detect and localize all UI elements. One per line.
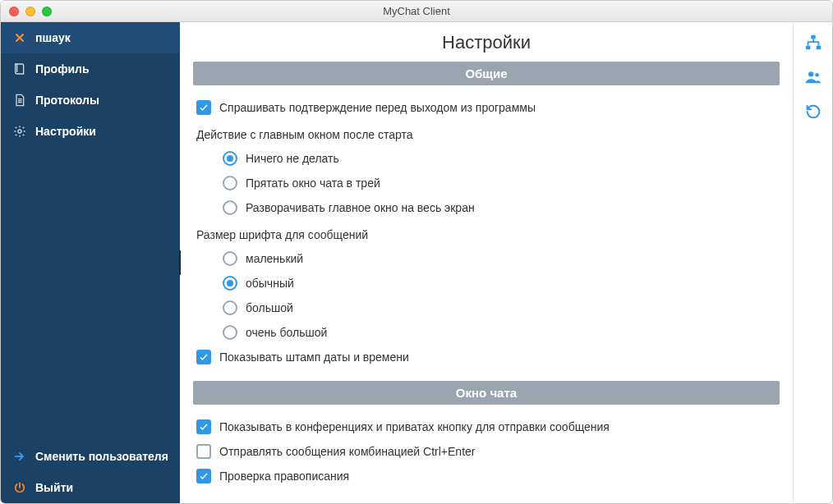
org-tree-icon[interactable] — [804, 34, 822, 52]
radio-icon[interactable] — [223, 176, 237, 190]
settings-scroll[interactable]: Общие Спрашивать подтверждение перед вых… — [180, 62, 793, 503]
radio-icon[interactable] — [223, 151, 237, 166]
checkbox-icon[interactable] — [196, 419, 211, 434]
group-label-startup: Действие с главным окном после старта — [196, 128, 780, 141]
main-area: Настройки Общие Спрашивать подтверждение… — [180, 22, 832, 503]
svg-point-5 — [815, 73, 819, 77]
option-label: Прятать окно чата в трей — [246, 176, 380, 190]
setting-label: Показывать штамп даты и времени — [219, 351, 409, 364]
radio-icon[interactable] — [223, 300, 237, 315]
svg-rect-3 — [816, 46, 821, 50]
close-x-icon — [12, 30, 27, 45]
svg-point-4 — [808, 71, 813, 76]
setting-confirm-exit[interactable]: Спрашивать подтверждение перед выходом и… — [193, 95, 780, 120]
radio-icon[interactable] — [223, 276, 237, 291]
sidebar-item-label: Настройки — [35, 125, 96, 138]
setting-label: Отправлять сообщения комбинацией Ctrl+En… — [219, 445, 475, 458]
checkbox-icon[interactable] — [196, 350, 211, 364]
sidebar-switch-user[interactable]: Сменить пользователя — [1, 441, 180, 472]
app-body: пшаук Профиль Протоколы — [1, 22, 832, 503]
radio-startup-tray[interactable]: Прятать окно чата в трей — [193, 171, 780, 195]
checkbox-icon[interactable] — [196, 100, 211, 115]
window-title: MyChat Client — [1, 5, 832, 17]
setting-timestamp[interactable]: Показывать штамп даты и времени — [193, 345, 780, 369]
users-icon[interactable] — [804, 68, 822, 86]
option-label: большой — [246, 301, 293, 314]
setting-show-send-button[interactable]: Показывать в конференциях и приватах кно… — [193, 415, 780, 439]
svg-point-0 — [18, 130, 21, 133]
radio-font-large[interactable]: большой — [193, 296, 780, 320]
setting-label: Спрашивать подтверждение перед выходом и… — [219, 101, 536, 114]
gear-icon — [12, 124, 27, 139]
sidebar-item-profile[interactable]: Профиль — [1, 53, 180, 85]
document-icon — [12, 93, 27, 108]
option-label: обычный — [246, 277, 294, 290]
sidebar-item-label: Сменить пользователя — [35, 450, 168, 463]
arrow-right-icon — [12, 449, 27, 464]
radio-icon[interactable] — [223, 325, 237, 340]
book-icon — [12, 62, 27, 76]
radio-startup-nothing[interactable]: Ничего не делать — [193, 146, 780, 171]
app-window: MyChat Client пшаук Профиль — [0, 0, 833, 504]
setting-label: Проверка правописания — [219, 470, 349, 483]
radio-startup-fullscreen[interactable]: Разворачивать главное окно на весь экран — [193, 195, 780, 220]
window-controls — [9, 7, 52, 16]
group-label-fontsize: Размер шрифта для сообщений — [196, 228, 780, 241]
svg-rect-2 — [805, 46, 810, 50]
setting-spellcheck[interactable]: Проверка правописания — [193, 464, 780, 488]
setting-label: Показывать в конференциях и приватах кно… — [219, 420, 610, 433]
svg-rect-1 — [811, 35, 816, 39]
section-header-general: Общие — [193, 62, 780, 85]
radio-icon[interactable] — [223, 251, 237, 266]
section-header-chatwindow: Окно чата — [193, 381, 780, 405]
setting-ctrl-enter[interactable]: Отправлять сообщения комбинацией Ctrl+En… — [193, 439, 780, 464]
radio-font-xlarge[interactable]: очень большой — [193, 320, 780, 345]
titlebar: MyChat Client — [1, 1, 832, 22]
sidebar-item-settings[interactable]: Настройки — [1, 116, 180, 147]
content-pane: Настройки Общие Спрашивать подтверждение… — [180, 22, 793, 503]
sidebar: пшаук Профиль Протоколы — [1, 22, 180, 503]
close-icon[interactable] — [9, 7, 19, 16]
option-label: Разворачивать главное окно на весь экран — [246, 201, 475, 214]
sidebar-exit[interactable]: Выйти — [1, 472, 180, 503]
sidebar-item-label: Профиль — [35, 62, 90, 76]
minimize-icon[interactable] — [25, 7, 35, 16]
sidebar-item-user[interactable]: пшаук — [1, 22, 180, 53]
checkbox-icon[interactable] — [196, 469, 211, 483]
checkbox-icon[interactable] — [196, 444, 211, 459]
page-title: Настройки — [180, 22, 793, 62]
option-label: очень большой — [246, 326, 327, 339]
sidebar-item-protocols[interactable]: Протоколы — [1, 85, 180, 116]
radio-font-small[interactable]: маленький — [193, 246, 780, 271]
sidebar-item-label: Протоколы — [35, 94, 99, 107]
history-icon[interactable] — [804, 103, 822, 121]
radio-font-normal[interactable]: обычный — [193, 271, 780, 296]
option-label: маленький — [246, 252, 303, 265]
right-rail — [793, 22, 832, 503]
power-icon — [12, 480, 27, 495]
zoom-icon[interactable] — [42, 7, 52, 16]
sidebar-item-label: пшаук — [35, 31, 71, 44]
radio-icon[interactable] — [223, 200, 237, 215]
sidebar-item-label: Выйти — [35, 481, 73, 494]
option-label: Ничего не делать — [246, 152, 339, 165]
